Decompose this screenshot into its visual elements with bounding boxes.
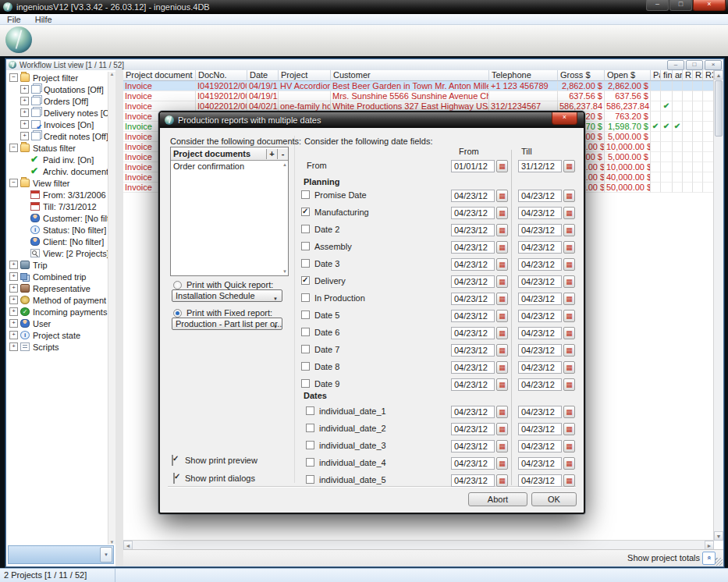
sidebar-item-user[interactable]: +User — [6, 318, 108, 329]
column-header-r2[interactable]: R2 — [693, 70, 703, 81]
sidebar-item-invoices-on[interactable]: +Invoices [On] — [6, 119, 108, 130]
scrollbar-thumb[interactable] — [715, 80, 723, 137]
till-calendar-button[interactable]: ▦ — [563, 457, 575, 470]
ok-button[interactable]: OK — [531, 492, 577, 506]
sidebar-item-representative[interactable]: +Representative — [6, 282, 108, 294]
till-date-input[interactable]: 04/23/12 — [518, 457, 562, 470]
till-calendar-button[interactable]: ▦ — [563, 275, 575, 288]
from-calendar-button[interactable]: ▦ — [496, 224, 508, 236]
till-date-input[interactable]: 04/23/12 — [518, 440, 562, 452]
sidebar-item-incoming-payments[interactable]: +Incoming payments — [6, 306, 108, 318]
till-date-input[interactable]: 04/23/12 — [518, 207, 562, 219]
sidebar-item-project-state[interactable]: +Project state — [6, 329, 108, 341]
from-date-input[interactable]: 04/23/12 — [451, 457, 495, 470]
column-header-fin[interactable]: fin. — [661, 70, 673, 81]
range-till-input[interactable]: 31/12/12 — [518, 160, 562, 172]
menu-item-file[interactable]: File — [0, 15, 28, 24]
sidebar-item-from-3-31-2006[interactable]: From: 3/31/2006 — [6, 189, 108, 201]
resize-grip[interactable] — [715, 558, 723, 566]
from-date-input[interactable]: 04/23/12 — [451, 474, 495, 487]
checkbox-delivery[interactable] — [301, 276, 310, 285]
from-date-input[interactable]: 04/23/12 — [451, 406, 495, 418]
scroll-up-icon[interactable]: ▲ — [108, 72, 115, 76]
abort-button[interactable]: Abort — [468, 492, 527, 506]
till-date-input[interactable]: 04/23/12 — [518, 275, 562, 288]
sidebar-item-paid-inv-on[interactable]: Paid inv. [On] — [6, 154, 108, 165]
expand-icon[interactable]: + — [20, 132, 29, 140]
expand-icon[interactable]: + — [9, 307, 18, 316]
from-date-input[interactable]: 04/23/12 — [451, 207, 495, 219]
checkbox-in-production[interactable] — [301, 293, 310, 302]
collapse-icon[interactable]: − — [9, 144, 18, 152]
expand-icon[interactable]: + — [20, 97, 29, 105]
dialog-titlebar[interactable]: Production reports with multiple dates × — [160, 112, 584, 128]
till-calendar-button[interactable]: ▦ — [563, 423, 575, 435]
from-date-input[interactable]: 04/23/12 — [451, 327, 495, 339]
collapse-icon[interactable]: − — [9, 179, 18, 187]
sidebar-dropdown-button[interactable]: ▼ — [100, 547, 112, 562]
table-row[interactable]: InvoiceI04192012/0004204/19/12HV Accordi… — [123, 81, 714, 91]
from-date-input[interactable]: 04/23/12 — [451, 310, 495, 322]
checkbox-promise-date[interactable] — [301, 190, 310, 199]
from-calendar-button[interactable]: ▦ — [496, 310, 508, 322]
till-date-input[interactable]: 04/23/12 — [518, 190, 562, 202]
inner-close-button[interactable]: × — [705, 60, 722, 70]
checkbox-individual-date-2[interactable] — [306, 424, 314, 432]
from-calendar-button[interactable]: ▦ — [496, 440, 508, 452]
vertical-scrollbar[interactable]: ▲ ▼ — [713, 70, 723, 541]
sidebar-item-orders-off[interactable]: +Orders [Off] — [6, 95, 108, 107]
from-date-input[interactable]: 04/23/12 — [451, 258, 495, 271]
from-date-input[interactable]: 04/23/12 — [451, 423, 495, 435]
from-calendar-button[interactable]: ▦ — [496, 293, 508, 305]
column-header-gross[interactable]: Gross $ — [558, 70, 605, 81]
expand-icon[interactable]: + — [9, 284, 18, 293]
till-calendar-button[interactable]: ▦ — [563, 344, 575, 357]
expand-icon[interactable]: + — [9, 296, 18, 304]
till-date-input[interactable]: 04/23/12 — [518, 310, 562, 322]
column-header-r3[interactable]: R3 — [703, 70, 714, 81]
column-header-arc[interactable]: arc — [673, 70, 683, 81]
till-calendar-button[interactable]: ▦ — [563, 258, 575, 271]
checkbox-manufacturing[interactable] — [301, 208, 310, 216]
checkbox-date-7[interactable] — [301, 345, 310, 353]
expand-icon[interactable]: + — [9, 331, 18, 339]
sidebar-item-till-7-31-2012[interactable]: Till: 7/31/2012 — [6, 201, 108, 212]
till-date-input[interactable]: 04/23/12 — [518, 293, 562, 305]
from-date-input[interactable]: 04/23/12 — [451, 190, 495, 202]
inner-minimize-button[interactable]: – — [667, 60, 684, 70]
tree-scrollbar[interactable]: ▲ ▼ — [108, 72, 115, 545]
sidebar-item-quotations-off[interactable]: +Quotations [Off] — [6, 83, 108, 95]
expand-icon[interactable]: + — [20, 120, 29, 129]
sidebar-item-method-of-payment[interactable]: +Method of payment — [6, 294, 108, 306]
from-date-input[interactable]: 04/23/12 — [451, 293, 495, 305]
column-header-telephone[interactable]: Telephone — [489, 70, 558, 81]
sidebar-item-credit-notes-off[interactable]: +Credit notes [Off] — [6, 130, 108, 142]
column-header-customer[interactable]: Customer — [331, 70, 489, 81]
from-calendar-button[interactable]: ▦ — [496, 241, 508, 254]
column-header-docno[interactable]: DocNo. — [196, 70, 247, 81]
collapse-icon[interactable]: − — [9, 73, 18, 82]
from-calendar-button[interactable]: ▦ — [496, 423, 508, 435]
till-date-input[interactable]: 04/23/12 — [518, 378, 562, 391]
column-header-r1[interactable]: R1 — [683, 70, 693, 81]
add-document-button[interactable]: + — [266, 149, 277, 159]
sidebar-item-view-filter[interactable]: −View filter — [6, 177, 108, 189]
column-header-project-document[interactable]: Project document — [123, 70, 196, 81]
sidebar-bottom-panel[interactable]: ▼ — [8, 545, 114, 564]
from-calendar-button[interactable]: ▦ — [496, 207, 508, 219]
expand-icon[interactable]: + — [20, 85, 29, 94]
from-calendar-button[interactable]: ▦ — [496, 378, 508, 391]
till-date-input[interactable]: 04/23/12 — [518, 406, 562, 418]
column-header-date[interactable]: Date — [247, 70, 279, 81]
scroll-down-icon[interactable]: ▼ — [714, 531, 723, 541]
inner-maximize-button[interactable]: □ — [686, 60, 703, 70]
from-date-input[interactable]: 04/23/12 — [451, 378, 495, 391]
sidebar-item-status-no-filter[interactable]: Status: [No filter] — [6, 224, 108, 236]
from-date-input[interactable]: 04/23/12 — [451, 361, 495, 374]
table-row[interactable]: InvoiceI04192012/0004104/19/12Mrs. Sunsh… — [123, 91, 714, 101]
from-date-input[interactable]: 04/23/12 — [451, 275, 495, 288]
checkbox-date-2[interactable] — [301, 225, 310, 233]
show-project-totals-button[interactable]: « — [702, 552, 716, 565]
till-calendar-button[interactable]: ▦ — [563, 207, 575, 219]
till-date-input[interactable]: 04/23/12 — [518, 361, 562, 374]
